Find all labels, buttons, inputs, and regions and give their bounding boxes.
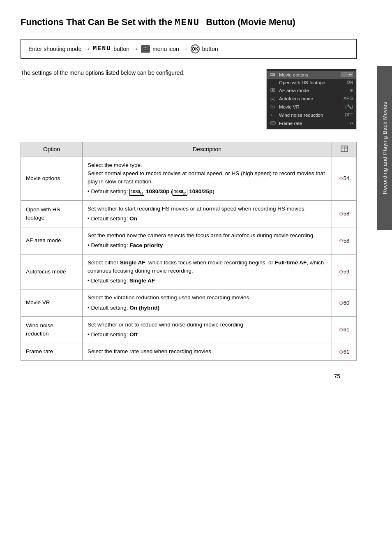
table-row: Movie VR Select the vibration reduction … bbox=[21, 289, 357, 317]
intro-paragraph: The settings of the menu options listed … bbox=[21, 69, 184, 76]
menu-preview-row: (↕) Movie VR (🔧) bbox=[267, 103, 356, 111]
menu-row-icon: (ψ) bbox=[270, 96, 279, 102]
instruction-prefix: Enter shooting mode bbox=[28, 46, 81, 52]
svg-point-1 bbox=[271, 74, 272, 75]
svg-rect-2 bbox=[272, 74, 275, 74]
ref-link: ⊙58 bbox=[339, 237, 349, 245]
menu-row-label: Open with HS footage bbox=[279, 80, 341, 85]
menu-row-value: OFF bbox=[341, 113, 353, 117]
arrow-2: → bbox=[132, 45, 138, 53]
table-header-description: Description bbox=[83, 142, 332, 157]
option-description: Select the movie type. Select normal spe… bbox=[83, 157, 332, 200]
page-title: Functions That Can Be Set with the MENU … bbox=[21, 16, 357, 29]
menu-row-label: AF area mode bbox=[279, 88, 341, 93]
table-row: Autofocus mode Select either Single AF, … bbox=[21, 254, 357, 289]
ref-cell: ⊙61 bbox=[332, 316, 357, 343]
menu-row-value: AF-S bbox=[341, 96, 353, 101]
arrow-1: → bbox=[84, 45, 90, 53]
default-setting-list: Default setting: On (hybrid) bbox=[88, 304, 327, 312]
page-number: 75 bbox=[21, 373, 357, 379]
ref-icon: ⊙ bbox=[339, 299, 343, 307]
menu-row-label: Movie options bbox=[279, 72, 341, 77]
menu-row-label: Frame rate bbox=[279, 121, 341, 126]
ref-link: ⊙61 bbox=[339, 348, 349, 356]
option-description: Set whether to start recording HS movies… bbox=[83, 200, 332, 227]
ref-icon: ⊙ bbox=[339, 237, 343, 244]
menu-row-icon: (↕) bbox=[270, 104, 279, 110]
ref-icon: ⊙ bbox=[339, 175, 343, 182]
title-text: Functions That Can Be Set with the bbox=[21, 17, 172, 27]
options-table: Option Description bbox=[21, 142, 357, 361]
svg-text:(↕): (↕) bbox=[270, 105, 275, 109]
instruction-box: Enter shooting mode → MENU button → 🎬 me… bbox=[21, 39, 357, 59]
menu-row-icon: ♪ bbox=[270, 112, 279, 118]
option-name: Movie VR bbox=[21, 289, 83, 317]
ref-cell: ⊙58 bbox=[332, 200, 357, 227]
option-name: Movie options bbox=[21, 157, 83, 200]
table-row: Open with HS footage Set whether to star… bbox=[21, 200, 357, 227]
menu-preview-row: (ψ) Autofocus mode AF-S bbox=[267, 95, 356, 103]
menu-row-icon bbox=[270, 72, 279, 78]
default-setting-list: Default setting: 108030 1080/30p ( 10802… bbox=[88, 187, 327, 196]
svg-text:♪: ♪ bbox=[270, 113, 272, 117]
svg-text:(ψ): (ψ) bbox=[270, 97, 275, 101]
option-description: Set the method how the camera selects th… bbox=[83, 227, 332, 255]
option-description: Select the frame rate used when recordin… bbox=[83, 343, 332, 360]
movie-menu-icon: 🎬 bbox=[141, 45, 150, 53]
ref-icon: ⊙ bbox=[339, 348, 343, 356]
menu-preview-row: AF area mode ⊕ bbox=[267, 86, 356, 95]
menu-preview-row: Frame rate ▪▪ bbox=[267, 119, 356, 127]
instruction-mid1: button bbox=[113, 46, 129, 52]
instruction-mid2: menu icon bbox=[152, 46, 179, 52]
resolution-badge-1080-30: 108030 bbox=[129, 189, 144, 196]
table-row: Frame rate Select the frame rate used wh… bbox=[21, 343, 357, 360]
menu-preview-row: Movie options ▪▪ bbox=[267, 71, 356, 79]
ref-cell: ⊙54 bbox=[332, 157, 357, 200]
option-description: Select either Single AF, which locks foc… bbox=[83, 254, 332, 289]
ref-icon: ⊙ bbox=[339, 268, 343, 275]
menu-row-value: ⊕ bbox=[341, 88, 353, 93]
option-name: Frame rate bbox=[21, 343, 83, 360]
ref-icon: ⊙ bbox=[339, 326, 343, 333]
ok-button-icon: OK bbox=[191, 44, 200, 53]
menu-preview-row: Open with HS footage ON bbox=[267, 79, 356, 86]
menu-row-value: ON bbox=[341, 80, 353, 85]
ref-link: ⊙61 bbox=[339, 326, 349, 334]
sidebar-tab: Recording and Playing Back Movies bbox=[377, 66, 392, 230]
intro-text: The settings of the menu options listed … bbox=[21, 69, 254, 77]
option-description: Set whether or not to reduce wind noise … bbox=[83, 316, 332, 343]
arrow-3: → bbox=[182, 45, 188, 53]
svg-point-5 bbox=[272, 89, 274, 91]
default-setting-list: Default setting: Single AF bbox=[88, 277, 327, 285]
table-header-ref bbox=[332, 142, 357, 157]
ref-cell: ⊙59 bbox=[332, 254, 357, 289]
option-name: AF area mode bbox=[21, 227, 83, 255]
ref-link: ⊙60 bbox=[339, 299, 349, 307]
ref-cell: ⊙61 bbox=[332, 343, 357, 360]
menu-row-label: Autofocus mode bbox=[279, 96, 341, 101]
ref-link: ⊙58 bbox=[339, 210, 349, 218]
intro-section: The settings of the menu options listed … bbox=[21, 69, 357, 130]
table-header-option: Option bbox=[21, 142, 83, 157]
svg-rect-3 bbox=[272, 74, 274, 75]
instruction-suffix: button bbox=[202, 46, 218, 52]
default-setting-list: Default setting: Face priority bbox=[88, 241, 327, 250]
menu-row-label: Wind noise reduction bbox=[279, 113, 341, 118]
menu-row-icon bbox=[270, 88, 279, 93]
ref-cell: ⊙58 bbox=[332, 227, 357, 255]
menu-screenshot: Movie options ▪▪ Open with HS footage ON bbox=[266, 69, 357, 130]
menu-row-value: ▪▪ bbox=[341, 121, 353, 125]
menu-row-value: (🔧) bbox=[341, 104, 353, 109]
table-row: AF area mode Set the method how the came… bbox=[21, 227, 357, 255]
option-description: Select the vibration reduction setting u… bbox=[83, 289, 332, 317]
resolution-badge-1080-25: 108025 bbox=[173, 189, 187, 196]
ref-icon: ⊙ bbox=[339, 210, 343, 217]
book-icon bbox=[341, 146, 348, 152]
ref-link: ⊙54 bbox=[339, 174, 349, 183]
default-setting-list: Default setting: Off bbox=[88, 331, 327, 339]
table-row: Movie options Select the movie type. Sel… bbox=[21, 157, 357, 200]
menu-row-value: ▪▪ bbox=[341, 72, 353, 77]
option-name: Autofocus mode bbox=[21, 254, 83, 289]
title-suffix: Button (Movie Menu) bbox=[206, 17, 295, 27]
menu-row-icon bbox=[270, 120, 279, 126]
